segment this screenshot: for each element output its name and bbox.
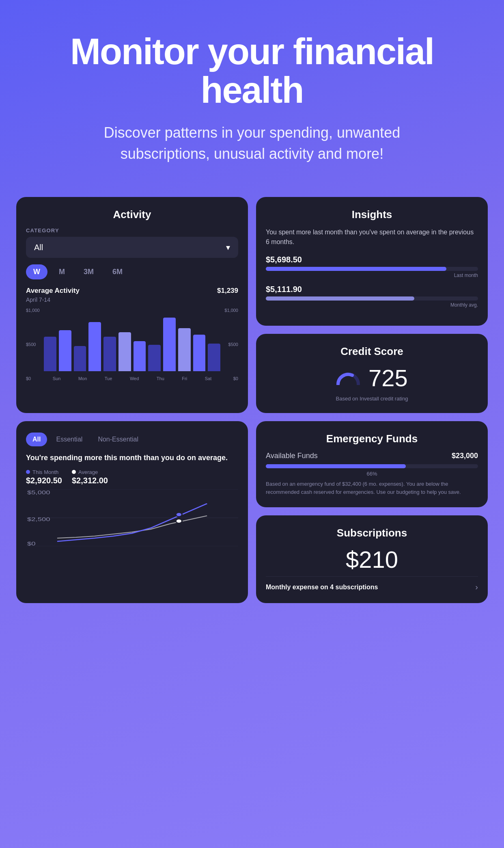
category-dropdown[interactable]: All ▾ <box>26 237 238 258</box>
subscriptions-footer[interactable]: Monthly expense on 4 subscriptions › <box>266 576 478 592</box>
bar-group-mon2 <box>74 308 86 371</box>
emergency-funds-card: Emergency Funds Available Funds $23,000 … <box>256 421 488 507</box>
bar-wed-1 <box>118 332 131 372</box>
available-amount: $23,000 <box>452 452 478 460</box>
svg-text:$0: $0 <box>27 541 36 546</box>
subscriptions-title: Subscriptions <box>266 527 478 539</box>
emergency-progress-fill <box>266 464 406 468</box>
cards-grid: Activity CATEGORY All ▾ W M 3M 6M Averag… <box>0 185 504 627</box>
legend-average: Average $2,312.00 <box>72 469 108 485</box>
spending-tabs: All Essential Non-Essential <box>26 433 238 446</box>
average-dot-chart <box>176 519 182 523</box>
svg-text:$5,000: $5,000 <box>27 490 50 495</box>
line-chart: $5,000 $2,500 $0 May Jun <box>26 489 238 546</box>
bar-fri-2 <box>178 328 191 371</box>
bar-fri-1 <box>163 318 176 372</box>
bar-group-tue2 <box>103 308 116 371</box>
spending-message: You're spending more this month than you… <box>26 453 238 463</box>
spending-tab-all[interactable]: All <box>26 433 47 446</box>
spending-legend: This Month $2,920.50 Average $2,312.00 <box>26 469 238 485</box>
bars-wrapper <box>44 308 220 371</box>
hero-section: Monitor your financial health Discover p… <box>0 0 504 185</box>
insights-card: Insights You spent more last month than … <box>256 197 488 326</box>
category-label: CATEGORY <box>26 227 238 234</box>
bar-group-sat <box>193 308 206 371</box>
right-bottom-column: Emergency Funds Available Funds $23,000 … <box>256 421 488 603</box>
average-label: Average <box>78 469 98 475</box>
spending-tab-nonessential[interactable]: Non-Essential <box>91 433 145 446</box>
category-value: All <box>34 243 43 252</box>
this-month-dot-chart <box>176 513 182 517</box>
insight-monthly-avg: $5,111.90 Monthly avg. <box>266 285 478 308</box>
bar-mon-1 <box>59 330 71 371</box>
period-tab-6m[interactable]: 6M <box>105 264 130 279</box>
credit-score-title: Credit Score <box>266 345 478 358</box>
activity-title: Activity <box>26 208 238 221</box>
credit-score-number: 725 <box>368 364 408 392</box>
subscriptions-footer-label: Monthly expense on 4 subscriptions <box>266 584 378 591</box>
insight-last-month: $5,698.50 Last month <box>266 255 478 278</box>
y-labels-right: $1,000 $500 $0 <box>222 308 238 381</box>
emergency-row: Available Funds $23,000 <box>266 452 478 460</box>
credit-score-sub: Based on Investall credit rating <box>266 396 478 402</box>
insights-text: You spent more last month than you've sp… <box>266 227 478 247</box>
bar-group-mon <box>59 308 71 371</box>
spending-tab-essential[interactable]: Essential <box>50 433 89 446</box>
period-tab-m[interactable]: M <box>52 264 72 279</box>
bar-chart: $1,000 $500 $0 $1,000 $500 $0 <box>26 308 238 381</box>
last-month-bar-fill <box>266 267 446 271</box>
right-column: Insights You spent more last month than … <box>256 197 488 413</box>
period-tab-3m[interactable]: 3M <box>76 264 101 279</box>
gauge-icon <box>336 371 360 385</box>
chevron-right-icon: › <box>475 582 478 592</box>
period-tabs: W M 3M 6M <box>26 264 238 279</box>
bar-group-fri <box>163 308 176 371</box>
insights-title: Insights <box>266 208 478 221</box>
bar-group-thu <box>148 308 161 371</box>
emergency-title: Emergency Funds <box>266 433 478 445</box>
legend-this-month: This Month $2,920.50 <box>26 469 62 485</box>
bar-mon-2 <box>74 346 86 371</box>
this-month-amount: $2,920.50 <box>26 476 62 485</box>
chevron-down-icon: ▾ <box>226 242 230 252</box>
bar-sat-1 <box>193 335 206 371</box>
average-dot <box>72 470 76 474</box>
period-tab-w[interactable]: W <box>26 264 47 279</box>
this-month-dot <box>26 470 30 474</box>
activity-card: Activity CATEGORY All ▾ W M 3M 6M Averag… <box>16 197 248 413</box>
last-month-bar-track <box>266 267 478 271</box>
emergency-note: Based on an emergency fund of $32,400 (6… <box>266 480 478 496</box>
spending-card: All Essential Non-Essential You're spend… <box>16 421 248 603</box>
subscriptions-card: Subscriptions $210 Monthly expense on 4 … <box>256 515 488 603</box>
average-activity-label: Average Activity <box>26 287 80 295</box>
bar-group-sat2 <box>208 308 220 371</box>
bar-tue-1 <box>88 322 101 372</box>
line-chart-svg: $5,000 $2,500 $0 May Jun <box>26 489 238 546</box>
credit-score-card: Credit Score 725 Based on Investall cred… <box>256 334 488 413</box>
bar-group-tue <box>88 308 101 371</box>
emergency-progress-track <box>266 464 478 468</box>
activity-date: April 7-14 <box>26 296 238 303</box>
available-label: Available Funds <box>266 452 318 460</box>
hero-title: Monitor your financial health <box>24 32 480 109</box>
bar-sat-2 <box>208 344 220 372</box>
last-month-label: Last month <box>266 273 478 278</box>
average-activity-amount: $1,239 <box>217 287 238 295</box>
x-labels: Sun Mon Tue Wed Thu Fri Sat <box>44 376 220 381</box>
subscriptions-amount: $210 <box>266 546 478 573</box>
credit-score-display: 725 <box>266 364 478 392</box>
bar-thu-1 <box>148 345 161 372</box>
y-labels-left: $1,000 $500 $0 <box>26 308 42 381</box>
progress-label: 66% <box>266 471 478 477</box>
bar-group-wed2 <box>134 308 146 371</box>
bar-group-wed <box>118 308 131 371</box>
this-month-label: This Month <box>32 469 58 475</box>
bar-sun-1 <box>44 337 56 372</box>
average-amount: $2,312.00 <box>72 476 108 485</box>
bar-wed-2 <box>134 341 146 372</box>
svg-text:$2,500: $2,500 <box>27 517 50 522</box>
bar-tue-2 <box>103 337 116 372</box>
hero-subtitle: Discover patterns in your spending, unwa… <box>94 122 410 164</box>
bar-group-fri2 <box>178 308 191 371</box>
bar-group-sun <box>44 308 56 371</box>
